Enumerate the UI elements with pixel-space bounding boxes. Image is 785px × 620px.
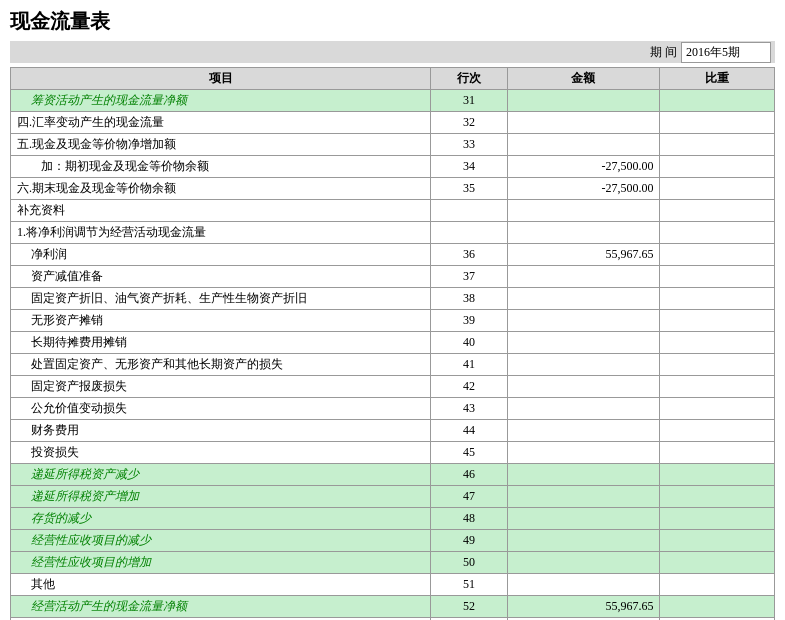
item-cell: 1.将净利润调节为经营活动现金流量 <box>11 222 431 244</box>
item-cell: 四.汇率变动产生的现金流量 <box>11 112 431 134</box>
ratio-cell <box>660 420 775 442</box>
page-container: 现金流量表 期 间 2016年5期 项目 行次 金额 比重 筹资活动产生的现金流… <box>0 0 785 620</box>
table-row: 加：期初现金及现金等价物余额34-27,500.00 <box>11 156 775 178</box>
page-title: 现金流量表 <box>10 8 775 35</box>
item-cell: 固定资产折旧、油气资产折耗、生产性生物资产折旧 <box>11 288 431 310</box>
amount-cell <box>507 464 660 486</box>
ratio-cell <box>660 530 775 552</box>
row-num-cell: 35 <box>431 178 507 200</box>
ratio-cell <box>660 398 775 420</box>
item-cell: 五.现金及现金等价物净增加额 <box>11 134 431 156</box>
ratio-cell <box>660 486 775 508</box>
ratio-cell <box>660 552 775 574</box>
item-cell: 财务费用 <box>11 420 431 442</box>
ratio-cell <box>660 244 775 266</box>
item-cell: 投资损失 <box>11 442 431 464</box>
col-header-item: 项目 <box>11 68 431 90</box>
item-cell: 处置固定资产、无形资产和其他长期资产的损失 <box>11 354 431 376</box>
item-cell: 其他 <box>11 574 431 596</box>
table-row: 经营活动产生的现金流量净额5255,967.65 <box>11 596 775 618</box>
col-header-amount: 金额 <box>507 68 660 90</box>
table-row: 经营性应收项目的减少49 <box>11 530 775 552</box>
row-num-cell: 47 <box>431 486 507 508</box>
table-row: 六.期末现金及现金等价物余额35-27,500.00 <box>11 178 775 200</box>
row-num-cell: 46 <box>431 464 507 486</box>
ratio-cell <box>660 442 775 464</box>
row-num-cell: 38 <box>431 288 507 310</box>
item-cell: 净利润 <box>11 244 431 266</box>
table-row: 筹资活动产生的现金流量净额31 <box>11 90 775 112</box>
amount-cell <box>507 442 660 464</box>
row-num-cell: 42 <box>431 376 507 398</box>
row-num-cell: 41 <box>431 354 507 376</box>
row-num-cell: 48 <box>431 508 507 530</box>
amount-cell: 55,967.65 <box>507 596 660 618</box>
item-cell: 长期待摊费用摊销 <box>11 332 431 354</box>
ratio-cell <box>660 266 775 288</box>
ratio-cell <box>660 134 775 156</box>
amount-cell <box>507 90 660 112</box>
table-row: 处置固定资产、无形资产和其他长期资产的损失41 <box>11 354 775 376</box>
amount-cell: -27,500.00 <box>507 156 660 178</box>
row-num-cell <box>431 222 507 244</box>
row-num-cell: 39 <box>431 310 507 332</box>
amount-cell: 55,967.65 <box>507 244 660 266</box>
row-num-cell: 50 <box>431 552 507 574</box>
item-cell: 公允价值变动损失 <box>11 398 431 420</box>
item-cell: 固定资产报废损失 <box>11 376 431 398</box>
amount-cell <box>507 574 660 596</box>
item-cell: 筹资活动产生的现金流量净额 <box>11 90 431 112</box>
amount-cell <box>507 420 660 442</box>
row-num-cell: 45 <box>431 442 507 464</box>
item-cell: 补充资料 <box>11 200 431 222</box>
amount-cell <box>507 552 660 574</box>
row-num-cell: 33 <box>431 134 507 156</box>
table-row: 财务费用44 <box>11 420 775 442</box>
row-num-cell: 32 <box>431 112 507 134</box>
period-label: 期 间 <box>650 44 677 61</box>
amount-cell <box>507 398 660 420</box>
amount-cell <box>507 310 660 332</box>
table-row: 公允价值变动损失43 <box>11 398 775 420</box>
amount-cell: -27,500.00 <box>507 178 660 200</box>
ratio-cell <box>660 596 775 618</box>
amount-cell <box>507 112 660 134</box>
amount-cell <box>507 134 660 156</box>
table-row: 经营性应收项目的增加50 <box>11 552 775 574</box>
item-cell: 六.期末现金及现金等价物余额 <box>11 178 431 200</box>
table-row: 其他51 <box>11 574 775 596</box>
item-cell: 经营活动产生的现金流量净额 <box>11 596 431 618</box>
period-bar: 期 间 2016年5期 <box>10 41 775 63</box>
ratio-cell <box>660 354 775 376</box>
amount-cell <box>507 530 660 552</box>
ratio-cell <box>660 508 775 530</box>
ratio-cell <box>660 310 775 332</box>
row-num-cell: 52 <box>431 596 507 618</box>
table-row: 四.汇率变动产生的现金流量32 <box>11 112 775 134</box>
ratio-cell <box>660 178 775 200</box>
table-row: 递延所得税资产减少46 <box>11 464 775 486</box>
ratio-cell <box>660 112 775 134</box>
table-row: 无形资产摊销39 <box>11 310 775 332</box>
amount-cell <box>507 288 660 310</box>
table-row: 长期待摊费用摊销40 <box>11 332 775 354</box>
item-cell: 递延所得税资产减少 <box>11 464 431 486</box>
table-row: 递延所得税资产增加47 <box>11 486 775 508</box>
row-num-cell: 40 <box>431 332 507 354</box>
row-num-cell: 51 <box>431 574 507 596</box>
table-row: 固定资产报废损失42 <box>11 376 775 398</box>
item-cell: 加：期初现金及现金等价物余额 <box>11 156 431 178</box>
row-num-cell: 43 <box>431 398 507 420</box>
ratio-cell <box>660 574 775 596</box>
table-row: 五.现金及现金等价物净增加额33 <box>11 134 775 156</box>
ratio-cell <box>660 90 775 112</box>
table-row: 固定资产折旧、油气资产折耗、生产性生物资产折旧38 <box>11 288 775 310</box>
ratio-cell <box>660 288 775 310</box>
period-value: 2016年5期 <box>681 42 771 63</box>
row-num-cell: 34 <box>431 156 507 178</box>
amount-cell <box>507 200 660 222</box>
amount-cell <box>507 354 660 376</box>
amount-cell <box>507 332 660 354</box>
row-num-cell <box>431 200 507 222</box>
item-cell: 经营性应收项目的增加 <box>11 552 431 574</box>
